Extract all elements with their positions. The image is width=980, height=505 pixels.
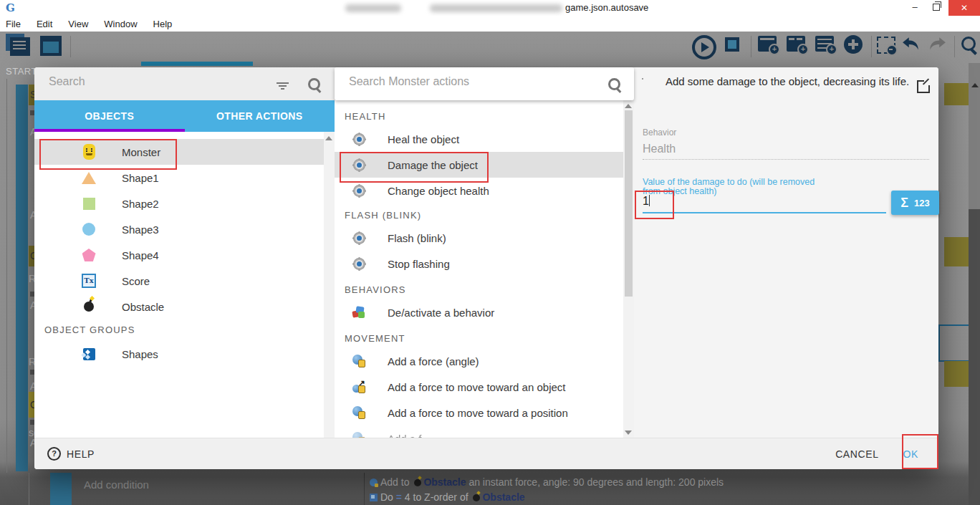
redo-icon[interactable] <box>927 35 947 54</box>
delete-selection-icon[interactable] <box>877 37 895 54</box>
behavior-icon <box>352 306 366 319</box>
open-in-new-icon[interactable] <box>917 80 930 93</box>
force-icon <box>370 478 378 486</box>
object-groups-header: OBJECT GROUPS <box>34 319 324 341</box>
application-window: G game.json.autosave – ✕ File Edit View … <box>0 0 980 505</box>
object-item-shape2[interactable]: Shape2 <box>34 191 324 216</box>
blurred-title-segment <box>345 4 401 12</box>
blurred-path-segment <box>430 4 562 12</box>
close-button[interactable]: ✕ <box>948 0 980 16</box>
z-order-icon <box>370 494 378 501</box>
tab-other-actions[interactable]: OTHER ACTIONS <box>185 100 335 132</box>
annotation-ok-button <box>902 434 938 469</box>
object-list-scrollbar[interactable] <box>324 132 335 438</box>
action-item-force-toward-object[interactable]: ↗ Add a force to move toward an object <box>335 374 623 400</box>
event-sheet-scrollbar-thumb[interactable] <box>969 209 980 505</box>
object-search-bar <box>34 67 335 100</box>
field-divider <box>643 159 929 160</box>
menu-window[interactable]: Window <box>104 19 137 29</box>
add-event-icon[interactable]: + <box>758 36 777 52</box>
damage-value-input[interactable]: 1 <box>643 195 886 209</box>
active-tab-indicator <box>141 62 253 66</box>
object-list: Monster Shape1 Shape2 Shape3 Shape4 <box>34 132 324 438</box>
tab-start[interactable]: START <box>6 66 37 77</box>
minimize-button[interactable]: – <box>904 0 926 16</box>
object-item-shape4[interactable]: Shape4 <box>34 242 324 268</box>
behavior-value[interactable]: Health <box>643 143 676 155</box>
search-icon <box>308 78 320 90</box>
menu-file[interactable]: File <box>6 19 21 29</box>
filter-icon[interactable] <box>277 82 289 84</box>
gear-icon <box>352 186 366 196</box>
action-search-bar <box>335 67 634 100</box>
expression-editor-button[interactable]: Σ 123 <box>891 191 939 215</box>
section-header-health: HEALTH <box>335 107 623 126</box>
add-icon[interactable] <box>844 35 863 54</box>
toolbar-separator <box>70 36 71 57</box>
help-button[interactable]: ? HELP <box>47 447 95 461</box>
event-action-row[interactable]: Add to Obstacle an instant force, angle:… <box>370 476 724 488</box>
restore-button[interactable] <box>926 0 947 16</box>
action-parameters-panel: Add some damage to the object, decreasin… <box>634 67 938 438</box>
add-condition-link[interactable]: Add condition <box>84 478 149 491</box>
menu-edit[interactable]: Edit <box>37 19 52 29</box>
project-manager-icon[interactable] <box>9 36 30 56</box>
menu-help[interactable]: Help <box>153 19 173 29</box>
action-list: HEALTH Heal the object Damage the object… <box>335 100 623 438</box>
gear-icon <box>352 233 366 244</box>
event-header-fragment <box>944 83 969 105</box>
event-action-row[interactable]: Do = 4 to Z-order of Obstacle <box>370 491 525 503</box>
toolbar-separator <box>954 36 955 57</box>
force-icon <box>352 406 366 419</box>
scroll-up-arrow[interactable] <box>625 104 632 108</box>
action-item-partial[interactable]: Add a f <box>335 425 623 438</box>
action-list-scrollbar[interactable] <box>623 100 634 438</box>
debug-icon[interactable] <box>725 37 739 52</box>
object-tabs: OBJECTS OTHER ACTIONS <box>34 100 335 132</box>
scroll-up-arrow[interactable] <box>971 83 979 87</box>
window-title: game.json.autosave <box>565 2 648 13</box>
action-item-flash[interactable]: Flash (blink) <box>335 225 623 251</box>
action-item-force-toward-position[interactable]: Add a force to move toward a position <box>335 400 623 425</box>
annotation-damage-action <box>340 152 489 183</box>
action-search-input[interactable] <box>347 74 587 89</box>
object-selector-panel: OBJECTS OTHER ACTIONS Monster Shape1 Sha… <box>34 67 335 438</box>
bomb-icon <box>414 479 421 486</box>
search-icon <box>608 78 620 90</box>
undo-icon[interactable] <box>901 35 921 54</box>
object-item-obstacle[interactable]: Obstacle <box>34 294 324 319</box>
add-sub-event-icon[interactable]: + <box>787 36 805 52</box>
tab-objects[interactable]: OBJECTS <box>34 100 185 132</box>
action-item-stop-flashing[interactable]: Stop flashing <box>335 251 623 276</box>
selected-event-outline <box>938 324 971 362</box>
search-icon[interactable] <box>961 37 976 51</box>
scroll-up-arrow[interactable] <box>325 136 332 140</box>
scroll-down-arrow[interactable] <box>625 431 632 435</box>
input-focus-underline <box>643 212 886 213</box>
event-tree-guide <box>6 79 7 473</box>
event-indent-bar <box>16 85 28 471</box>
menu-view[interactable]: View <box>68 19 88 29</box>
gear-icon <box>352 134 366 145</box>
add-comment-icon[interactable]: + <box>815 36 834 52</box>
scene-editor-icon[interactable] <box>40 36 62 56</box>
play-icon[interactable] <box>692 35 716 59</box>
sigma-icon: Σ <box>900 196 908 211</box>
object-item-shape3[interactable]: Shape3 <box>34 216 324 242</box>
action-item-deactivate-behavior[interactable]: De/activate a behavior <box>335 299 623 325</box>
instruction-editor-dialog: OBJECTS OTHER ACTIONS Monster Shape1 Sha… <box>34 67 938 469</box>
cancel-button[interactable]: CANCEL <box>835 448 878 460</box>
object-item-score[interactable]: Tx Score <box>34 268 324 294</box>
bomb-icon <box>473 494 480 501</box>
menu-bar: File Edit View Window Help <box>0 16 980 32</box>
object-search-input[interactable] <box>47 74 265 89</box>
action-item-add-force-angle[interactable]: Add a force (angle) <box>335 348 623 374</box>
action-description: Add some damage to the object, decreasin… <box>666 73 916 90</box>
action-selector-panel: HEALTH Heal the object Damage the object… <box>335 67 634 438</box>
question-mark-icon: ? <box>47 447 61 461</box>
action-item-heal[interactable]: Heal the object <box>335 126 623 152</box>
title-bar: G game.json.autosave – ✕ <box>0 0 980 16</box>
gear-icon <box>352 259 366 269</box>
group-item-shapes[interactable]: Shapes <box>34 341 324 367</box>
action-list-scrollbar-thumb[interactable] <box>625 110 633 297</box>
